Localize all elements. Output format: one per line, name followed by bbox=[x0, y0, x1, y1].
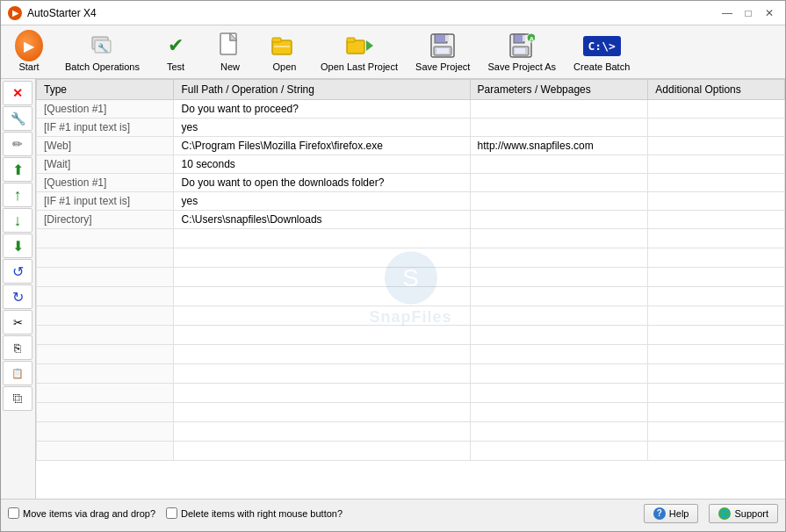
cell-type: [Wait] bbox=[37, 155, 174, 174]
col-type: Type bbox=[37, 80, 174, 100]
col-fullpath: Full Path / Operation / String bbox=[174, 80, 470, 100]
status-bar: Move items via drag and drop? Delete ite… bbox=[1, 499, 785, 527]
batch-ops-icon: 🔧 bbox=[89, 32, 117, 60]
cell-params bbox=[470, 174, 648, 192]
cell-type: [Question #1] bbox=[37, 100, 174, 119]
table-row[interactable]: [Wait]10 seconds bbox=[37, 155, 785, 174]
cell-options bbox=[648, 174, 785, 192]
delete-button[interactable]: ✕ bbox=[3, 81, 32, 105]
table-row[interactable]: [IF #1 input text is]yes bbox=[37, 192, 785, 211]
help-button[interactable]: ? Help bbox=[644, 504, 699, 523]
main-toolbar: ▶ Start 🔧 Batch Operations ✔ Test bbox=[1, 25, 785, 79]
drag-drop-checkbox-label[interactable]: Move items via drag and drop? bbox=[8, 507, 155, 519]
save-as-button[interactable]: AS Save Project As bbox=[480, 27, 564, 76]
open-button[interactable]: Open bbox=[258, 27, 311, 76]
move-up-button[interactable]: ↑ bbox=[3, 183, 32, 207]
paste-button[interactable]: 📋 bbox=[3, 361, 32, 385]
main-area: ✕ 🔧 ✏ ⬆ ↑ ↓ ⬇ ↺ ↻ ✂ ⎘ 📋 ⿻ S SnapFiles Ty… bbox=[1, 79, 785, 499]
operations-table: Type Full Path / Operation / String Para… bbox=[36, 79, 785, 461]
pencil-button[interactable]: ✏ bbox=[3, 132, 32, 156]
empty-row bbox=[37, 268, 785, 287]
col-options: Additional Options bbox=[648, 80, 785, 100]
cell-fullpath: yes bbox=[174, 119, 470, 137]
cell-params: http://www.snapfiles.com bbox=[470, 137, 648, 155]
batch-operations-button[interactable]: 🔧 Batch Operations bbox=[57, 27, 148, 76]
title-bar: ▶ AutoStarter X4 — □ ✕ bbox=[1, 1, 785, 25]
table-row[interactable]: [Directory]C:\Users\snapfiles\Downloads bbox=[37, 211, 785, 229]
cell-type: [Directory] bbox=[37, 211, 174, 229]
move-down-button[interactable]: ↓ bbox=[3, 208, 32, 233]
empty-row bbox=[37, 345, 785, 364]
cell-type: [Question #1] bbox=[37, 174, 174, 192]
close-button[interactable]: ✕ bbox=[761, 4, 778, 22]
cell-options bbox=[648, 119, 785, 137]
svg-rect-20 bbox=[515, 48, 525, 54]
test-button[interactable]: ✔ Test bbox=[149, 27, 202, 76]
table-row[interactable]: [Question #1]Do you want to proceed? bbox=[37, 100, 785, 119]
cut-button[interactable]: ✂ bbox=[3, 310, 32, 334]
cell-options bbox=[648, 155, 785, 174]
cell-params bbox=[470, 119, 648, 137]
empty-row bbox=[37, 422, 785, 442]
window-controls: — □ ✕ bbox=[718, 4, 778, 22]
cell-params bbox=[470, 155, 648, 174]
cell-params bbox=[470, 192, 648, 211]
cell-options bbox=[648, 211, 785, 229]
col-params: Parameters / Webpages bbox=[470, 80, 648, 100]
support-button[interactable]: 🌐 Support bbox=[709, 504, 778, 523]
edit-button[interactable]: 🔧 bbox=[3, 106, 32, 131]
open-last-button[interactable]: Open Last Project bbox=[313, 27, 406, 76]
open-icon bbox=[270, 33, 299, 58]
table-row[interactable]: [Web]C:\Program Files\Mozilla Firefox\fi… bbox=[37, 137, 785, 155]
cell-type: [Web] bbox=[37, 137, 174, 155]
rotate-up-button[interactable]: ↺ bbox=[3, 259, 32, 284]
open-last-icon bbox=[345, 33, 373, 58]
svg-rect-18 bbox=[523, 35, 525, 41]
new-button[interactable]: New bbox=[204, 27, 256, 76]
empty-row bbox=[37, 384, 785, 403]
app-title: AutoStarter X4 bbox=[27, 7, 97, 19]
svg-marker-10 bbox=[366, 40, 373, 51]
support-icon: 🌐 bbox=[718, 507, 731, 520]
table-row[interactable]: [Question #1]Do you want to open the dow… bbox=[37, 174, 785, 192]
cell-fullpath: 10 seconds bbox=[174, 155, 470, 174]
save-as-icon: AS bbox=[508, 32, 535, 59]
cell-fullpath: C:\Program Files\Mozilla Firefox\firefox… bbox=[174, 137, 470, 155]
test-icon: ✔ bbox=[168, 34, 184, 57]
cell-fullpath: C:\Users\snapfiles\Downloads bbox=[174, 211, 470, 229]
cell-fullpath: yes bbox=[174, 192, 470, 211]
save-icon bbox=[429, 32, 456, 59]
rotate-down-button[interactable]: ↻ bbox=[3, 284, 32, 309]
right-click-delete-checkbox[interactable] bbox=[166, 507, 177, 519]
cell-options bbox=[648, 100, 785, 119]
svg-rect-7 bbox=[274, 46, 290, 47]
create-batch-icon: C:\> bbox=[583, 36, 621, 56]
empty-row bbox=[37, 248, 785, 268]
table-area: S SnapFiles Type Full Path / Operation /… bbox=[36, 79, 785, 499]
cell-params bbox=[470, 100, 648, 119]
app-icon: ▶ bbox=[8, 6, 22, 20]
side-toolbar: ✕ 🔧 ✏ ⬆ ↑ ↓ ⬇ ↺ ↻ ✂ ⎘ 📋 ⿻ bbox=[1, 79, 36, 499]
create-batch-button[interactable]: C:\> Create Batch bbox=[566, 27, 638, 76]
cell-fullpath: Do you want to open the downloads folder… bbox=[174, 174, 470, 192]
drag-drop-checkbox[interactable] bbox=[8, 507, 19, 519]
table-header-row: Type Full Path / Operation / String Para… bbox=[37, 80, 785, 100]
minimize-button[interactable]: — bbox=[718, 4, 736, 22]
svg-rect-13 bbox=[445, 35, 449, 41]
empty-row bbox=[37, 364, 785, 384]
table-row[interactable]: [IF #1 input text is]yes bbox=[37, 119, 785, 137]
move-up-fast-button[interactable]: ⬆ bbox=[3, 157, 32, 182]
empty-row bbox=[37, 326, 785, 345]
help-icon: ? bbox=[653, 507, 666, 520]
start-icon: ▶ bbox=[15, 30, 43, 61]
right-click-delete-checkbox-label[interactable]: Delete items with right mouse button? bbox=[166, 507, 343, 519]
cell-params bbox=[470, 211, 648, 229]
save-button[interactable]: Save Project bbox=[407, 27, 478, 76]
cell-type: [IF #1 input text is] bbox=[37, 192, 174, 211]
svg-rect-12 bbox=[435, 34, 447, 43]
move-down-fast-button[interactable]: ⬇ bbox=[3, 234, 32, 258]
copy-button[interactable]: ⎘ bbox=[3, 335, 32, 360]
start-button[interactable]: ▶ Start bbox=[3, 27, 55, 76]
maximize-button[interactable]: □ bbox=[739, 4, 757, 22]
duplicate-button[interactable]: ⿻ bbox=[3, 386, 32, 411]
